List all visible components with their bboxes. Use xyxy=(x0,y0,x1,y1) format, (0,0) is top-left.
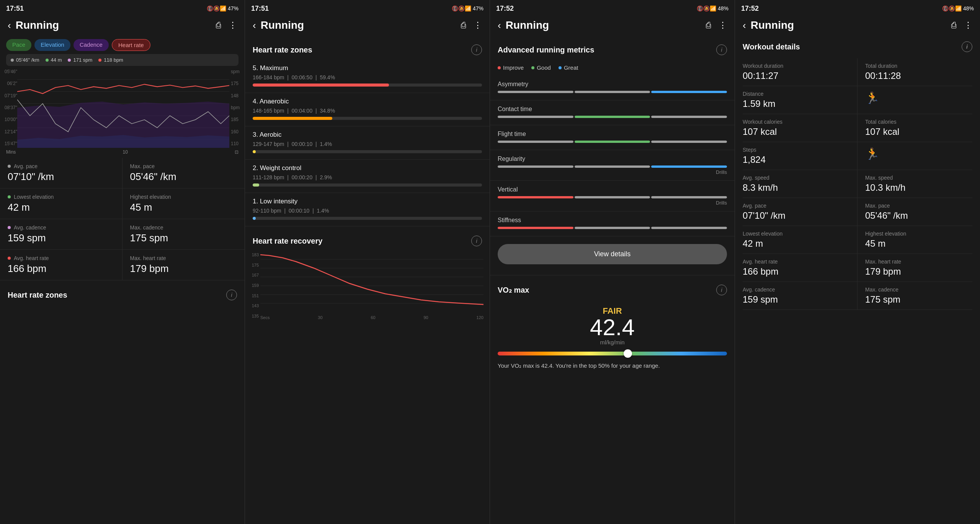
asym-bar-1 xyxy=(498,91,573,93)
back-button-4[interactable]: ‹ xyxy=(743,20,746,31)
y-label-3: 07'19" xyxy=(0,93,17,98)
info-icon-vo2[interactable]: i xyxy=(716,285,727,295)
dot-elevation xyxy=(46,59,49,62)
workout-title-text: Workout details xyxy=(743,43,800,51)
share-icon-3[interactable]: ⎙ xyxy=(706,20,711,30)
avg-pace-value-p4: 07'10" /km xyxy=(743,210,849,221)
back-button-2[interactable]: ‹ xyxy=(253,20,256,31)
legend-heartrate-value: 118 bpm xyxy=(104,57,123,63)
back-button-3[interactable]: ‹ xyxy=(498,20,501,31)
recovery-y-labels: 183 175 167 159 151 143 135 xyxy=(245,251,260,320)
vert-bar-1 xyxy=(498,196,573,198)
menu-icon-3[interactable]: ⋮ xyxy=(719,20,727,30)
label-good: Good xyxy=(537,64,551,71)
workout-details: Workout details i Workout duration 00:11… xyxy=(735,35,980,316)
status-icons-3: 📵🔕📶 48% xyxy=(697,5,728,11)
menu-icon-1[interactable]: ⋮ xyxy=(229,20,237,30)
workout-cal-value: 107 kcal xyxy=(743,126,849,137)
info-icon-metrics[interactable]: i xyxy=(716,44,727,55)
ry-159: 159 xyxy=(245,283,260,288)
steps-stat: Steps 1,824 xyxy=(743,142,858,170)
distance-label: Distance xyxy=(743,91,849,97)
steps-value: 1,824 xyxy=(743,154,849,165)
asym-bar-2 xyxy=(575,91,650,93)
tag-elevation[interactable]: Elevation xyxy=(34,39,70,51)
zone-aer-details: 129-147 bpm | 00:00:10 | 1.4% xyxy=(253,141,482,147)
header-1: ‹ Running ⎙ ⋮ xyxy=(0,15,245,35)
share-icon-1[interactable]: ⎙ xyxy=(216,20,221,30)
y-right-175: 175 xyxy=(229,81,245,86)
rx-secs: Secs xyxy=(260,315,270,320)
steps-icon-stat: 🏃 xyxy=(858,142,972,170)
zone-maximum: 5. Maximum 166-184 bpm | 00:06:50 | 59.4… xyxy=(245,60,490,93)
total-cal-label: Total calories xyxy=(865,119,972,125)
flight-bar-1 xyxy=(498,141,573,143)
avg-pace-stat: Avg. pace 07'10" /km xyxy=(0,158,122,188)
zone-low-bar-container xyxy=(253,217,482,220)
contact-bar-2 xyxy=(575,116,650,118)
chart-y-right: spm 175 148 bpm 185 160 110 xyxy=(229,67,245,148)
menu-icon-4[interactable]: ⋮ xyxy=(964,20,972,30)
vo2-slider xyxy=(498,352,727,355)
share-icon-4[interactable]: ⎙ xyxy=(951,20,956,30)
avg-hr-value-p4: 166 bpm xyxy=(743,266,849,277)
hr-zones-title-p1: Heart rate zones xyxy=(8,291,67,300)
rx-90: 90 xyxy=(424,315,428,320)
max-hr-label-p4: Max. heart rate xyxy=(865,259,972,265)
asym-bar-3 xyxy=(651,91,727,93)
legend-elevation: 44 m xyxy=(46,57,62,63)
avg-speed-stat: Avg. speed 8.3 km/h xyxy=(743,170,858,198)
info-icon-recovery[interactable]: i xyxy=(471,236,482,246)
notification-icons-3: 📵🔕📶 xyxy=(697,5,716,11)
share-icon-2[interactable]: ⎙ xyxy=(461,20,466,30)
max-cadence-value-p4: 175 spm xyxy=(865,294,972,305)
max-pace-stat: Max. pace 05'46" /km xyxy=(122,158,245,188)
contact-bars xyxy=(498,116,727,120)
metric-stiffness: Stiffness xyxy=(490,211,735,236)
y-label-7: 15'47" xyxy=(0,141,17,146)
spm-label: spm xyxy=(229,69,245,74)
legend-great: Great xyxy=(559,64,578,71)
chart-bottom: Mins 10 ⊡ xyxy=(0,149,245,155)
chart-inner xyxy=(17,67,229,148)
lowest-elev-label: Lowest elevation xyxy=(8,194,114,200)
status-bar-4: 17:52 📵🔕📶 48% xyxy=(735,0,980,15)
info-icon-workout[interactable]: i xyxy=(962,41,972,52)
flight-bar-2 xyxy=(575,141,650,143)
view-details-button[interactable]: View details xyxy=(498,244,727,264)
metric-vertical: Vertical Drills xyxy=(490,181,735,211)
y-label-5: 10'00" xyxy=(0,117,17,122)
running-icon-1: 🏃 xyxy=(865,91,972,105)
ry-151: 151 xyxy=(245,293,260,298)
vertical-drills: Drills xyxy=(498,200,727,206)
chart-expand-icon[interactable]: ⊡ xyxy=(235,149,238,155)
zone-low-details: 92-110 bpm | 00:00:10 | 1.4% xyxy=(253,208,482,214)
avg-hr-label: Avg. heart rate xyxy=(8,255,114,261)
dot-good xyxy=(531,66,534,69)
metric-asymmetry: Asymmetry xyxy=(490,75,735,100)
tag-cadence[interactable]: Cadence xyxy=(74,39,109,51)
back-button-1[interactable]: ‹ xyxy=(8,20,11,31)
max-cadence-label: Max. cadence xyxy=(130,224,237,231)
workout-duration-stat: Workout duration 00:11:27 xyxy=(743,58,858,86)
flight-bars xyxy=(498,141,727,144)
zone-ana-bar xyxy=(253,117,332,120)
avg-speed-value: 8.3 km/h xyxy=(743,182,849,193)
avg-hr-stat: Avg. heart rate 166 bpm xyxy=(0,250,122,280)
tag-heartrate[interactable]: Heart rate xyxy=(112,39,150,51)
avg-cadence-p4: Avg. cadence 159 spm xyxy=(743,282,858,310)
menu-icon-2[interactable]: ⋮ xyxy=(474,20,482,30)
panel-3: 17:52 📵🔕📶 48% ‹ Running ⎙ ⋮ Advanced run… xyxy=(490,0,735,524)
workout-cal-label: Workout calories xyxy=(743,119,849,125)
workout-duration-value: 00:11:27 xyxy=(743,70,849,81)
metric-legend: Improve Good Great xyxy=(490,60,735,75)
y-label-2: 06'2" xyxy=(0,81,17,86)
y-label-6: 12'14" xyxy=(0,129,17,134)
steps-label: Steps xyxy=(743,147,849,153)
info-icon-zones[interactable]: i xyxy=(471,44,482,55)
info-icon-p1[interactable]: i xyxy=(226,290,237,300)
status-time-2: 17:51 xyxy=(251,5,269,13)
total-duration-stat: Total duration 00:11:28 xyxy=(858,58,972,86)
tag-pace[interactable]: Pace xyxy=(6,39,31,51)
legend-pace-value: 05'46" /km xyxy=(16,57,39,63)
